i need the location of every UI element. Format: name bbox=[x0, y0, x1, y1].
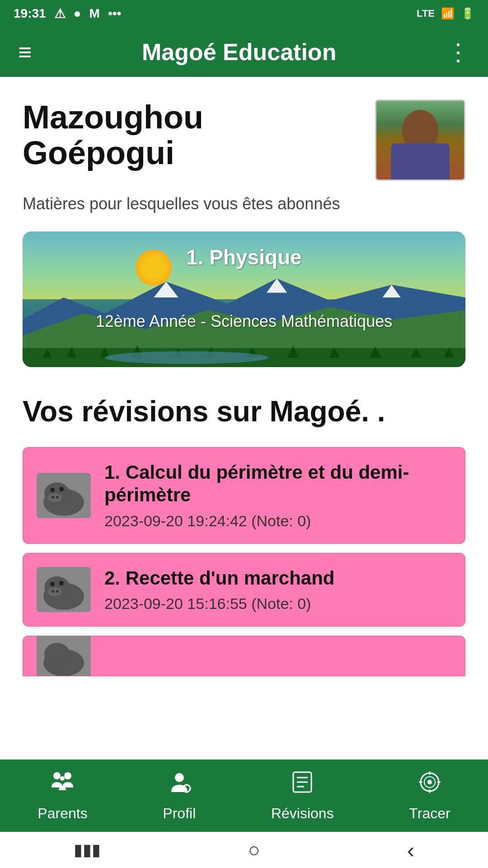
more-options-icon[interactable]: ⋮ bbox=[446, 38, 470, 66]
svg-point-22 bbox=[47, 493, 62, 502]
svg-point-31 bbox=[50, 582, 55, 586]
subject-title: 1. Physique bbox=[23, 245, 465, 269]
back-button[interactable]: ‹ bbox=[407, 838, 414, 863]
parents-icon bbox=[50, 769, 75, 801]
svg-point-33 bbox=[52, 590, 54, 593]
profil-icon bbox=[167, 769, 192, 801]
svg-point-39 bbox=[64, 772, 71, 779]
nav-label-parents: Parents bbox=[38, 805, 87, 822]
revision-date: 2023-09-20 15:16:55 (Note: 0) bbox=[104, 595, 451, 613]
revision-thumbnail bbox=[37, 473, 91, 518]
status-left: 19:31 ⚠ ● M ••• bbox=[14, 6, 121, 21]
lte-icon: LTE bbox=[417, 8, 435, 19]
tracer-icon bbox=[417, 769, 442, 801]
revisions-icon bbox=[290, 769, 315, 801]
revision-title: 2. Recette d'un marchand bbox=[104, 567, 451, 590]
hamburger-menu-icon[interactable]: ≡ bbox=[18, 38, 32, 66]
signal-icon: 📶 bbox=[441, 7, 455, 20]
revision-item[interactable]: 1. Calcul du périmètre et du demi-périmè… bbox=[23, 447, 465, 544]
nav-label-revisions: Révisions bbox=[271, 805, 334, 822]
svg-point-32 bbox=[59, 581, 64, 585]
whatsapp-icon: ● bbox=[74, 6, 81, 21]
revision-thumbnail-partial bbox=[37, 636, 91, 676]
nav-item-revisions[interactable]: Révisions bbox=[271, 769, 334, 822]
revision-item-partial[interactable] bbox=[23, 636, 465, 676]
revision-title: 1. Calcul du périmètre et du demi-périmè… bbox=[104, 461, 451, 507]
svg-point-18 bbox=[104, 351, 268, 364]
svg-point-37 bbox=[44, 643, 70, 665]
battery-icon: 🔋 bbox=[461, 7, 474, 20]
svg-point-25 bbox=[52, 496, 54, 499]
svg-point-24 bbox=[59, 487, 64, 491]
subscribed-label: Matières pour lesquelles vous êtes abonn… bbox=[23, 194, 465, 213]
bottom-nav: Parents Profil Révisio bbox=[0, 760, 488, 832]
revision-info: 1. Calcul du périmètre et du demi-périmè… bbox=[104, 461, 451, 530]
revision-info: 2. Recette d'un marchand 2023-09-20 15:1… bbox=[104, 567, 451, 613]
revision-thumbnail bbox=[37, 567, 91, 612]
nav-item-tracer[interactable]: Tracer bbox=[409, 769, 450, 822]
user-name: MazoughouGoépogui bbox=[23, 99, 366, 171]
svg-point-38 bbox=[53, 772, 61, 779]
recent-apps-button[interactable]: ▮▮▮ bbox=[74, 840, 101, 859]
nav-item-parents[interactable]: Parents bbox=[38, 769, 87, 822]
main-content: MazoughouGoépogui Matières pour lesquell… bbox=[0, 77, 488, 767]
top-app-bar: ≡ Magoé Education ⋮ bbox=[0, 27, 488, 77]
nav-label-tracer: Tracer bbox=[409, 805, 450, 822]
avatar bbox=[375, 99, 465, 181]
status-time: 19:31 bbox=[14, 6, 46, 21]
app-title: Magoé Education bbox=[142, 38, 336, 66]
svg-point-34 bbox=[56, 590, 59, 593]
subject-subtitle: 12ème Année - Sciences Mathématiques bbox=[23, 312, 465, 331]
home-button[interactable]: ○ bbox=[248, 839, 260, 861]
android-nav-bar: ▮▮▮ ○ ‹ bbox=[0, 832, 488, 868]
more-dots-icon: ••• bbox=[108, 6, 121, 21]
status-right: LTE 📶 🔋 bbox=[417, 7, 474, 20]
status-bar: 19:31 ⚠ ● M ••• LTE 📶 🔋 bbox=[0, 0, 488, 27]
revision-item[interactable]: 2. Recette d'un marchand 2023-09-20 15:1… bbox=[23, 553, 465, 627]
alert-icon: ⚠ bbox=[54, 6, 66, 21]
nav-item-profil[interactable]: Profil bbox=[163, 769, 196, 822]
svg-point-30 bbox=[47, 587, 62, 596]
svg-point-40 bbox=[60, 776, 65, 781]
user-header: MazoughouGoépogui bbox=[23, 99, 465, 181]
svg-point-41 bbox=[175, 773, 184, 782]
gmail-icon: M bbox=[89, 6, 100, 21]
svg-point-26 bbox=[56, 496, 59, 499]
svg-point-53 bbox=[427, 780, 432, 784]
revisions-heading: Vos révisions sur Magoé. . bbox=[23, 394, 465, 429]
revision-date: 2023-09-20 19:24:42 (Note: 0) bbox=[104, 512, 451, 530]
nav-label-profil: Profil bbox=[163, 805, 196, 822]
subject-card[interactable]: 1. Physique 12ème Année - Sciences Mathé… bbox=[23, 231, 465, 367]
svg-point-23 bbox=[50, 488, 55, 492]
